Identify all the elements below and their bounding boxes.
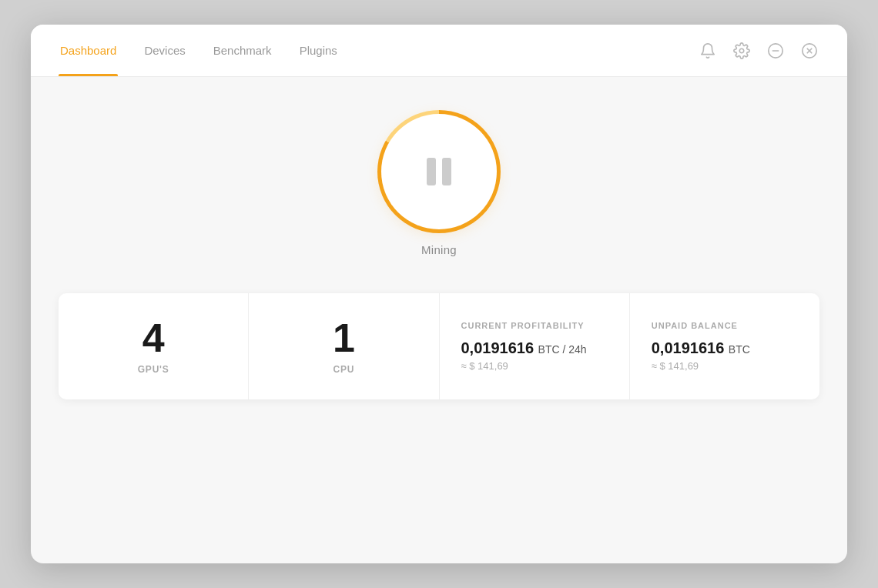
- nav-controls: [698, 41, 819, 61]
- stat-cpu: 1 CPU: [249, 293, 439, 399]
- mining-label: Mining: [421, 243, 457, 256]
- main-content: Mining 4 GPU'S 1 CPU CURRENT PROFITABILI…: [31, 77, 847, 563]
- balance-btc-value: 0,0191616 BTC: [652, 339, 750, 357]
- cpu-label: CPU: [333, 364, 355, 375]
- profitability-usd-value: ≈ $ 141,69: [461, 360, 508, 372]
- balance-usd-value: ≈ $ 141,69: [652, 360, 699, 372]
- nav-tabs: Dashboard Devices Benchmark Plugins: [59, 25, 339, 76]
- balance-btc-unit: BTC: [729, 343, 750, 356]
- mining-btn-wrap: Mining: [381, 114, 497, 256]
- pause-icon: [427, 158, 451, 185]
- profitability-btc-value: 0,0191616 BTC / 24h: [461, 339, 587, 357]
- notifications-icon[interactable]: [698, 41, 718, 61]
- gpus-value: 4: [142, 318, 165, 358]
- tab-devices[interactable]: Devices: [142, 25, 186, 76]
- pause-bar-left: [427, 158, 436, 185]
- stat-profitability: CURRENT PROFITABILITY 0,0191616 BTC / 24…: [440, 293, 630, 399]
- settings-icon[interactable]: [732, 41, 752, 61]
- tab-benchmark[interactable]: Benchmark: [212, 25, 273, 76]
- svg-point-0: [739, 48, 744, 53]
- profitability-heading: CURRENT PROFITABILITY: [461, 321, 585, 330]
- gpus-label: GPU'S: [138, 364, 169, 375]
- profitability-btc-unit: BTC / 24h: [538, 343, 587, 356]
- pause-bar-right: [442, 158, 451, 185]
- balance-heading: UNPAID BALANCE: [652, 321, 738, 330]
- stats-row: 4 GPU'S 1 CPU CURRENT PROFITABILITY 0,01…: [59, 293, 819, 399]
- stat-gpus: 4 GPU'S: [59, 293, 249, 399]
- close-icon[interactable]: [799, 41, 819, 61]
- mining-toggle-button[interactable]: [381, 114, 497, 229]
- tab-dashboard[interactable]: Dashboard: [59, 25, 118, 76]
- stat-balance: UNPAID BALANCE 0,0191616 BTC ≈ $ 141,69: [630, 293, 819, 399]
- app-window: Dashboard Devices Benchmark Plugins: [31, 25, 847, 563]
- navbar: Dashboard Devices Benchmark Plugins: [31, 25, 847, 77]
- minimize-icon[interactable]: [766, 41, 786, 61]
- tab-plugins[interactable]: Plugins: [298, 25, 339, 76]
- cpu-value: 1: [333, 318, 355, 358]
